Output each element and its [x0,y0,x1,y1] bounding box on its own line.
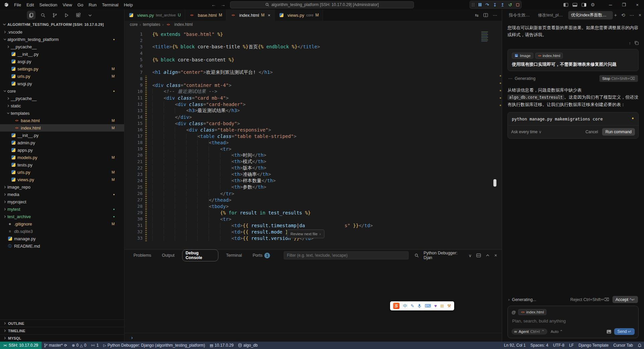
tree-item-tests.py[interactable]: tests.py [0,161,124,168]
menu-view[interactable]: View [60,1,75,8]
tree-item-manage.py[interactable]: manage.py [0,235,124,242]
restore-button[interactable]: ❐ [617,0,631,9]
tree-item-db.sqlite3[interactable]: ≡db.sqlite3 [0,228,124,235]
new-chat-icon[interactable]: + [614,12,617,18]
tree-item-templates[interactable]: templates [0,109,124,117]
tree-item-urls.py[interactable]: urls.pyM [0,72,124,80]
split-panel-icon[interactable] [476,253,481,257]
attach-image-icon[interactable] [606,330,611,334]
tree-item-settings.py[interactable]: settings.pyM [0,65,124,72]
handwriting-pen-icon[interactable]: ✎ [411,303,414,308]
stop-generating-button[interactable]: Stop Ctrl+Shift+⌫ [599,75,638,82]
tree-item-views.py[interactable]: views.pyM [0,176,124,183]
restart-button[interactable]: ↺ [508,3,512,7]
sogou-logo-icon[interactable]: S [393,303,399,309]
review-next-file-tooltip[interactable]: Review next file › [287,230,324,238]
menu-help[interactable]: Help [121,1,136,8]
context-file-chip[interactable]: <> index.html [518,309,546,315]
apps-grid-icon[interactable]: ⊞ [440,303,444,308]
ai-chat-tab[interactable]: 修改test_plan字 [535,11,567,19]
chevron-right-icon[interactable]: › [508,297,509,302]
panel-tab-output[interactable]: Output [159,252,178,259]
breadcrumb-item-core[interactable]: core [130,22,138,27]
tab-index.html[interactable]: <>index.htmlM× [226,9,275,21]
minimap[interactable] [480,31,489,42]
tree-item-base.html[interactable]: <>base.htmlM [0,117,124,124]
tab-views.py-core[interactable]: views.pycoreM [275,9,323,21]
menu-terminal[interactable]: Terminal [99,1,121,8]
sidebar-section-timeline[interactable]: TIMELINE [0,327,124,334]
tree-item-myproject[interactable]: myproject [0,198,124,205]
sidebar-section-outline[interactable]: OUTLINE [0,319,124,327]
open-changes-icon[interactable]: ⇆ [475,13,479,18]
history-icon[interactable]: ⟲ [621,12,625,18]
ai-chat-tab[interactable]: 指令生效与否 [506,11,534,19]
ai-chat-tab[interactable]: 优化Index界面数据展示 [568,11,612,19]
ime-toolbar[interactable]: S 中 ✎ ⌨ ♥ ⊞ ⚒ [390,301,454,310]
toggle-panel-icon[interactable] [573,3,577,7]
keyboard-icon[interactable]: ⌨ [425,303,431,308]
tree-item-wsgi.py[interactable]: wsgi.py [0,80,124,87]
menu-go[interactable]: Go [75,1,86,8]
microphone-icon[interactable] [418,304,421,308]
extensions-icon[interactable] [74,11,83,19]
chevron-down-icon[interactable] [86,11,94,19]
workspace-root-row[interactable]: ALGORITHM_TESTING_PLATFORM [SSH: 10.17.0… [0,21,124,28]
breadcrumb-item-index.html[interactable]: index.html [174,22,193,27]
cursor-position-item[interactable]: Ln 92, Col 1 [502,343,528,348]
step-out-button[interactable]: ↥ [501,3,504,7]
tree-item-README.md[interactable]: ⓘREADME.md [0,242,124,250]
chat-input-card[interactable]: @ <> index.html Plan, search, build anyt… [507,306,639,338]
emoji-icon[interactable]: ♥ [434,303,437,308]
search-icon[interactable] [39,11,47,19]
tab-base.html[interactable]: <>base.htmlM [185,9,226,21]
cancel-command-button[interactable]: Cancel [586,130,598,134]
drag-handle-icon[interactable] [472,3,475,6]
chevron-up-icon[interactable] [486,254,490,257]
send-button[interactable]: Send ↵ [614,328,635,335]
tree-item-media[interactable]: media● [0,191,124,198]
command-center[interactable]: algorithm_testing_platform [SSH: 10.17.0… [230,1,414,8]
step-over-button[interactable]: ↷ [485,3,489,7]
database-item[interactable]: algo_db [236,343,260,348]
tree-item-image_repo[interactable]: image_repo [0,183,124,191]
breadcrumb-item-templates[interactable]: templates [143,22,160,27]
tree-item-apps.py[interactable]: apps.py [0,146,124,154]
run-command-button[interactable]: Run command [602,128,635,136]
tree-item-index.html[interactable]: <>index.htmlM [0,124,124,132]
language-mode-item[interactable]: Django Template [576,343,611,348]
cursor-tab-item[interactable]: Cursor Tab [611,343,635,348]
menu-selection[interactable]: Selection [37,1,60,8]
debug-session-item[interactable]: ▷ Python Debugger: Django (algorithm_tes… [101,343,207,348]
nav-back-icon[interactable]: ← [211,2,216,7]
model-auto-dropdown[interactable]: Auto ⌃ [551,329,563,334]
source-control-icon[interactable] [50,11,59,19]
tree-item-test_archive[interactable]: test_archive● [0,213,124,220]
scroll-up-icon[interactable]: ↑ [629,41,631,46]
close-panel-icon[interactable]: × [494,253,497,258]
menu-file[interactable]: File [11,1,24,8]
ask-every-time-dropdown[interactable]: Ask every time ∨ [511,130,542,134]
menu-edit[interactable]: Edit [24,1,37,8]
ports-item[interactable]: 1 [89,343,101,348]
debug-session-select[interactable]: Python Debugger: Djan ∨ [424,251,472,260]
scrollbar-thumb[interactable] [493,179,496,187]
tree-item-core[interactable]: core● [0,87,124,95]
tree-item-__pycache__[interactable]: __pycache__ [0,43,124,50]
breadcrumb[interactable]: core›templates›<>index.html [124,21,502,28]
sidebar-section-mysql[interactable]: MYSQL [0,334,124,342]
debug-repl-prompt[interactable]: › [124,333,502,342]
file-context-chip[interactable]: <> index.html [535,53,563,59]
mention-at-symbol[interactable]: @ [512,310,516,315]
encoding-item[interactable]: UTF-8 [551,343,567,348]
indentation-item[interactable]: Spaces: 4 [528,343,550,348]
copy-icon[interactable] [634,41,639,45]
tree-item-algorithm_testing_platform[interactable]: algorithm_testing_platform● [0,36,124,43]
explorer-icon[interactable] [27,11,36,19]
tree-item-mytest[interactable]: mytest● [0,205,124,213]
customize-layout-gear-icon[interactable]: ⚙ [591,2,595,7]
eol-item[interactable]: LF [567,343,576,348]
tree-item-__init__.py[interactable]: __init__.py [0,50,124,58]
panel-tab-problems[interactable]: Problems [130,252,154,259]
panel-tab-ports[interactable]: Ports1 [250,252,273,259]
